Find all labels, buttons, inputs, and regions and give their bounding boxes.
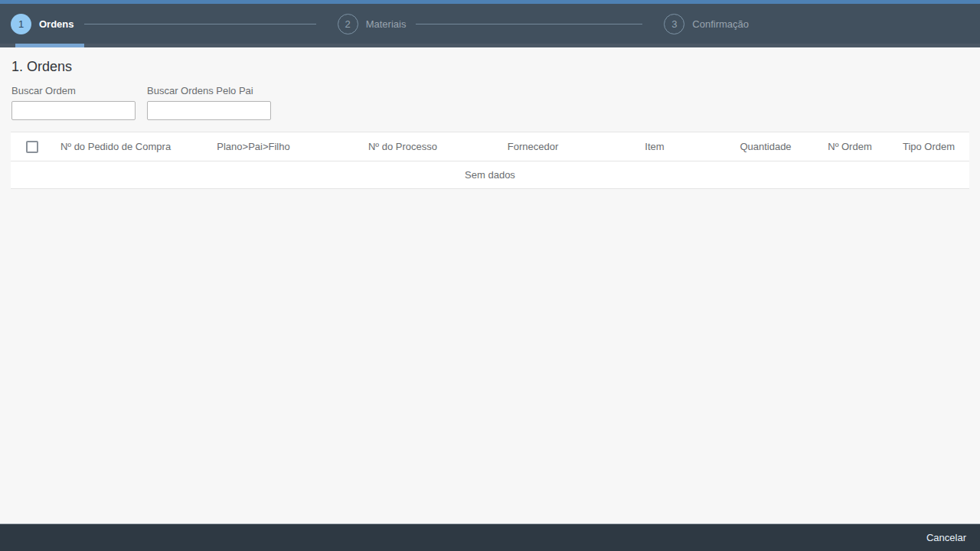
buscar-ordens-pelo-pai-field: Buscar Ordens Pelo Pai [147, 85, 271, 120]
step-2-number: 2 [345, 18, 351, 30]
column-header-pedido-de-compra[interactable]: Nº do Pedido de Compra [54, 141, 178, 152]
wizard-step-content: 1. Ordens Buscar Ordem Buscar Ordens Pel… [0, 47, 980, 523]
wizard-header-bottom-strip [0, 44, 980, 47]
wizard-step-materiais[interactable]: 2 Materiais [327, 4, 654, 44]
buscar-ordem-field: Buscar Ordem [11, 85, 136, 120]
column-header-processo[interactable]: Nº do Processo [329, 141, 476, 152]
buscar-ordens-pelo-pai-input[interactable] [147, 101, 271, 120]
select-all-checkbox[interactable] [26, 141, 38, 153]
step-connector-line [416, 24, 642, 24]
step-connector-line [84, 24, 316, 24]
select-all-cell [11, 141, 54, 153]
step-3-number: 3 [671, 18, 677, 30]
wizard-progress-navigator: 1 Ordens 2 Materiais 3 Confirmação [0, 0, 980, 47]
step-3-label: Confirmação [692, 18, 749, 30]
page-title: 1. Ordens [11, 58, 969, 76]
active-step-indicator [15, 44, 84, 47]
column-header-fornecedor[interactable]: Fornecedor [476, 141, 590, 152]
wizard-step-ordens[interactable]: 1 Ordens [0, 4, 327, 44]
filter-bar: Buscar Ordem Buscar Ordens Pelo Pai [11, 85, 969, 120]
step-3-circle: 3 [664, 14, 684, 34]
column-header-ordem[interactable]: Nº Ordem [812, 141, 888, 152]
step-2-label: Materiais [366, 18, 407, 30]
step-1-label: Ordens [39, 18, 74, 30]
column-header-item[interactable]: Item [590, 141, 720, 152]
empty-state-text: Sem dados [465, 169, 515, 181]
buscar-ordem-label: Buscar Ordem [11, 85, 136, 96]
step-1-number: 1 [18, 18, 24, 30]
buscar-ordem-input[interactable] [11, 101, 136, 120]
wizard-step-confirmacao[interactable]: 3 Confirmação [653, 4, 980, 44]
step-1-circle: 1 [11, 14, 31, 34]
orders-table: Nº do Pedido de Compra Plano>Pai>Filho N… [11, 132, 969, 189]
buscar-ordens-pelo-pai-label: Buscar Ordens Pelo Pai [147, 85, 271, 96]
table-header-row: Nº do Pedido de Compra Plano>Pai>Filho N… [11, 132, 969, 161]
column-header-quantidade[interactable]: Quantidade [720, 141, 812, 152]
cancel-button[interactable]: Cancelar [922, 529, 971, 546]
column-header-plano-pai-filho[interactable]: Plano>Pai>Filho [178, 141, 329, 152]
footer-toolbar: Cancelar [0, 523, 980, 551]
column-header-tipo-ordem[interactable]: Tipo Ordem [888, 141, 969, 152]
table-empty-state: Sem dados [11, 161, 969, 189]
step-2-circle: 2 [338, 14, 358, 34]
wizard-steps-row: 1 Ordens 2 Materiais 3 Confirmação [0, 4, 980, 44]
